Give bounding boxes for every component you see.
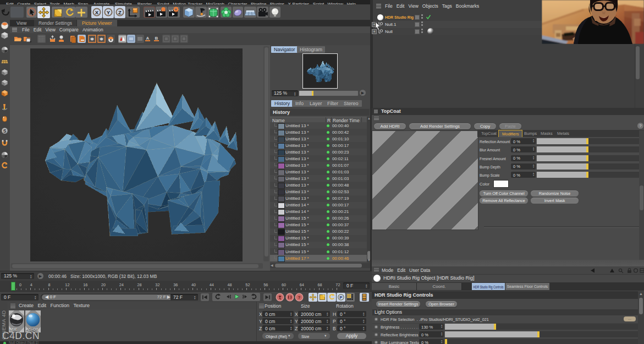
svg-text:Z: Z <box>118 9 122 15</box>
svg-text:P: P <box>339 295 343 300</box>
svg-text:B: B <box>155 36 158 41</box>
svg-text:HDR Studio Rig Controls: HDR Studio Rig Controls <box>474 285 504 290</box>
svg-text:S: S <box>3 128 7 134</box>
svg-text:Y: Y <box>106 9 110 15</box>
svg-text:A: A <box>146 36 150 41</box>
svg-text:?: ? <box>298 295 301 300</box>
svg-text:X: X <box>95 9 98 15</box>
svg-text:C4D.CN: C4D.CN <box>2 330 40 341</box>
